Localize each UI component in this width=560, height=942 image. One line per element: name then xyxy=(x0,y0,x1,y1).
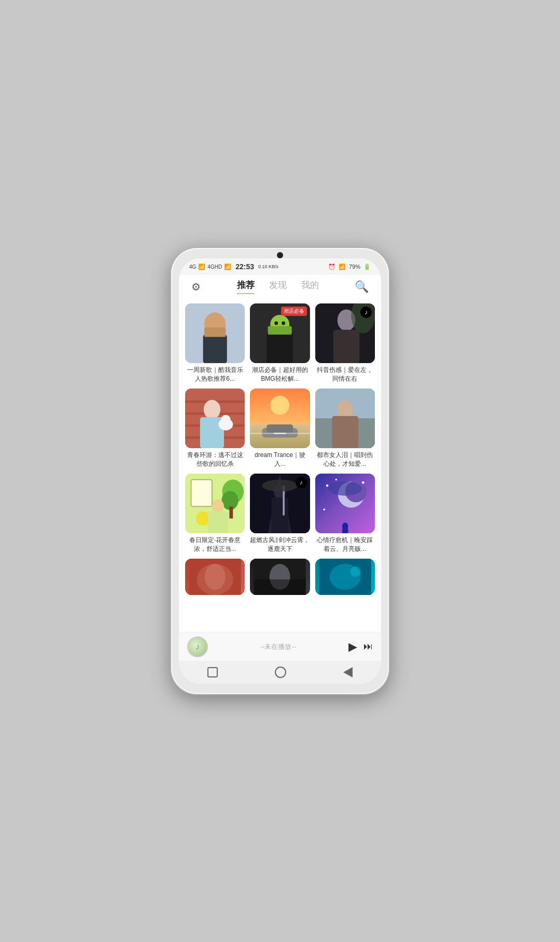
svg-point-8 xyxy=(275,322,278,325)
tiktok-badge: ♪ xyxy=(296,477,307,488)
status-bar: 4G 📶 4GHD 📶 22:53 0.10 KB/s ⏰ 📶 79% 🔋 xyxy=(179,258,381,275)
svg-point-35 xyxy=(337,400,353,419)
svg-point-59 xyxy=(323,508,325,510)
card-thumbnail xyxy=(185,474,245,533)
list-item[interactable]: 一周新歌｜酷我音乐人热歌推荐6... xyxy=(185,303,245,383)
card-label: 抖音伤感｜爱在左，同情在右 xyxy=(315,366,375,383)
phone-screen: 4G 📶 4GHD 📶 22:53 0.10 KB/s ⏰ 📶 79% 🔋 ⚙ … xyxy=(179,258,381,684)
svg-point-21 xyxy=(204,400,220,419)
svg-rect-31 xyxy=(274,433,286,434)
card-thumbnail xyxy=(315,389,375,448)
svg-point-52 xyxy=(262,479,298,491)
back-circle-button[interactable] xyxy=(275,667,286,678)
svg-rect-39 xyxy=(191,479,212,506)
card-label: 潮店必备｜超好用的BMG轻松解... xyxy=(250,366,310,383)
card-thumbnail: 潮店必备 xyxy=(250,303,310,363)
music-note-icon: ♪ xyxy=(195,642,200,652)
svg-point-24 xyxy=(221,415,230,424)
list-item[interactable]: ♪ 超燃古风‖剑冲云霄，逐鹿天下 xyxy=(250,474,310,553)
svg-point-71 xyxy=(350,566,360,577)
status-left: 4G 📶 4GHD 📶 22:53 0.10 KB/s xyxy=(189,262,278,271)
svg-point-56 xyxy=(326,484,328,487)
list-item[interactable]: 心情疗愈机｜晚安踩着云、月亮贩... xyxy=(315,474,375,553)
camera-notch xyxy=(277,252,283,258)
card-label: 春日限定·花开春意浓，舒适正当... xyxy=(185,536,245,553)
list-item[interactable]: 都市女人泪｜唱到伤心处，才知爱... xyxy=(315,389,375,468)
speed-indicator: 0.10 KB/s xyxy=(258,264,278,269)
home-button[interactable] xyxy=(207,667,218,677)
card-thumbnail xyxy=(250,389,310,448)
card-thumbnail xyxy=(185,303,245,363)
svg-point-57 xyxy=(335,479,337,480)
tab-recommend[interactable]: 推荐 xyxy=(237,279,255,294)
bottom-nav xyxy=(179,661,381,684)
clock-time: 22:53 xyxy=(235,262,254,271)
player-disc: ♪ xyxy=(187,636,208,657)
card-image-bg: ♪ xyxy=(315,303,375,363)
wifi-icon: 📶 xyxy=(339,264,346,270)
battery-icon: 🔋 xyxy=(363,264,371,270)
card-thumbnail xyxy=(185,559,245,595)
nav-tabs: ⚙ 推荐 发现 我的 🔍 xyxy=(179,275,381,298)
svg-point-60 xyxy=(328,481,362,496)
svg-rect-2 xyxy=(203,335,227,363)
card-thumbnail xyxy=(315,559,375,595)
list-item[interactable]: dream Trance｜驶入... xyxy=(250,389,310,468)
next-button[interactable]: ⏭ xyxy=(363,641,373,652)
list-item[interactable] xyxy=(185,559,245,595)
svg-rect-36 xyxy=(332,416,358,448)
card-grid: 一周新歌｜酷我音乐人热歌推荐6... xyxy=(185,303,375,595)
phone-frame: 4G 📶 4GHD 📶 22:53 0.10 KB/s ⏰ 📶 79% 🔋 ⚙ … xyxy=(171,248,389,694)
card-thumbnail xyxy=(315,474,375,533)
card-image-bg xyxy=(250,559,310,595)
card-thumbnail: ♪ xyxy=(250,474,310,533)
player-status: --未在播放-- xyxy=(214,642,342,652)
svg-rect-62 xyxy=(342,529,348,533)
card-label: 超燃古风‖剑冲云霄，逐鹿天下 xyxy=(250,536,310,553)
card-image-bg: ♪ xyxy=(250,474,310,533)
hot-badge: 潮店必备 xyxy=(281,307,307,316)
list-item[interactable] xyxy=(250,559,310,595)
filter-icon[interactable]: ⚙ xyxy=(191,281,201,293)
svg-point-9 xyxy=(282,322,285,325)
signal-bars2: 📶 xyxy=(224,264,231,270)
content-area: 一周新歌｜酷我音乐人热歌推荐6... xyxy=(179,298,381,632)
list-item[interactable]: 春日限定·花开春意浓，舒适正当... xyxy=(185,474,245,553)
battery-level: 79% xyxy=(349,264,360,270)
card-label: 一周新歌｜酷我音乐人热歌推荐6... xyxy=(185,366,245,383)
card-image-bg xyxy=(185,303,245,363)
tiktok-badge: ♪ xyxy=(360,307,372,318)
card-image-bg xyxy=(185,559,245,595)
card-image-bg: 潮店必备 xyxy=(250,303,310,363)
back-button[interactable] xyxy=(343,667,353,677)
list-item[interactable]: ♪ 抖音伤感｜爱在左，同情在右 xyxy=(315,303,375,383)
card-label: dream Trance｜驶入... xyxy=(250,451,310,468)
card-image-bg xyxy=(185,389,245,448)
svg-rect-7 xyxy=(268,326,292,335)
player-bar: ♪ --未在播放-- ▶ ⏭ xyxy=(179,632,381,661)
card-image-bg xyxy=(315,474,375,533)
card-label: 都市女人泪｜唱到伤心处，才知爱... xyxy=(315,451,375,468)
status-right: ⏰ 📶 79% 🔋 xyxy=(328,264,371,270)
signal-4ghd: 4GHD xyxy=(207,264,222,270)
svg-point-58 xyxy=(362,481,365,484)
svg-rect-13 xyxy=(333,330,359,364)
signal-bars: 📶 xyxy=(198,264,205,270)
svg-rect-6 xyxy=(267,332,293,363)
tab-mine[interactable]: 我的 xyxy=(301,279,319,294)
list-item[interactable]: 青春环游：逃不过这些歌的回忆杀 xyxy=(185,389,245,468)
list-item[interactable] xyxy=(315,559,375,595)
card-label: 青春环游：逃不过这些歌的回忆杀 xyxy=(185,451,245,468)
card-image-bg xyxy=(315,559,375,595)
tab-discover[interactable]: 发现 xyxy=(269,279,287,294)
card-image-bg xyxy=(185,474,245,533)
card-label: 心情疗愈机｜晚安踩着云、月亮贩... xyxy=(315,536,375,553)
tab-group: 推荐 发现 我的 xyxy=(237,279,319,294)
card-image-bg xyxy=(315,389,375,448)
list-item[interactable]: 潮店必备 潮店必备｜超好用的BMG轻松解... xyxy=(250,303,310,383)
play-button[interactable]: ▶ xyxy=(348,640,357,654)
svg-point-65 xyxy=(205,564,226,590)
card-thumbnail xyxy=(250,559,310,595)
search-icon[interactable]: 🔍 xyxy=(355,280,369,294)
card-thumbnail xyxy=(185,389,245,448)
